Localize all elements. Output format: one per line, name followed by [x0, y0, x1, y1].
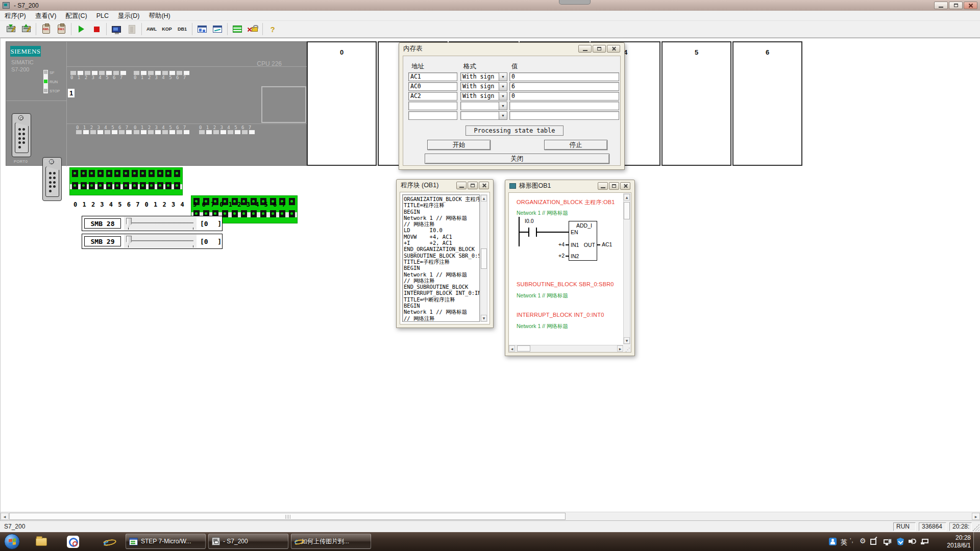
ime-punctuation[interactable]: ’, [850, 537, 854, 543]
format-select[interactable]: With sign ▼ [460, 72, 507, 81]
scroll-down-button[interactable]: ▼ [481, 315, 487, 321]
value-input[interactable] [509, 111, 619, 120]
start-button[interactable] [4, 534, 20, 549]
explorer-launcher[interactable] [35, 536, 48, 548]
terminal-block-left[interactable] [69, 167, 183, 195]
db1-view-button[interactable]: DB1 [176, 22, 189, 36]
value-input[interactable]: 0 [509, 72, 619, 81]
start-button[interactable]: 开始 [427, 140, 491, 150]
stop-button[interactable] [90, 22, 103, 36]
scroll-thumb[interactable] [481, 248, 487, 269]
load-db1-button[interactable]: DB1 [55, 22, 68, 36]
state-chart-button[interactable] [195, 22, 209, 36]
scroll-left-button[interactable]: ◀ [1, 513, 9, 520]
vertical-scrollbar[interactable]: ▲ ▼ [480, 194, 487, 322]
ime-indicator[interactable]: 英 [841, 538, 847, 547]
menu-config[interactable]: 配置(C) [61, 11, 91, 21]
value-input[interactable] [509, 102, 619, 110]
close-button[interactable] [964, 2, 977, 9]
dialog-title-bar[interactable]: 内存表 [399, 43, 624, 55]
cloud-app-launcher[interactable] [66, 536, 80, 548]
show-desktop-button[interactable] [973, 532, 980, 551]
port0-connector[interactable] [12, 113, 31, 157]
tray-messenger-icon[interactable] [829, 538, 837, 545]
dropdown-arrow-icon[interactable]: ▼ [499, 102, 507, 110]
address-input[interactable]: AC2 [408, 92, 457, 101]
awl-view-button[interactable]: AWL [145, 22, 158, 36]
value-input[interactable]: 0 [509, 92, 619, 101]
ladder-canvas[interactable]: ORGANIZATION_BLOCK 主程序:OB1 Network 1 // … [509, 193, 623, 344]
scroll-thumb[interactable] [517, 345, 530, 352]
horizontal-scrollbar[interactable]: ◀ ▶ [509, 345, 623, 352]
format-select[interactable]: ▼ [460, 102, 507, 110]
download-program-button[interactable] [4, 22, 17, 36]
ie-launcher[interactable]: e [100, 536, 113, 548]
kop-view-button[interactable]: KOP [160, 22, 174, 36]
smb28-slider[interactable] [124, 217, 197, 230]
vertical-scrollbar[interactable]: ▲ ▼ [623, 193, 630, 344]
slider-thumb[interactable] [126, 236, 132, 244]
dialog-minimize-button[interactable] [578, 45, 592, 53]
clock[interactable]: 20:28 2018/6/1 [935, 534, 971, 549]
docked-tab[interactable] [559, 0, 591, 5]
workspace-hscrollbar[interactable]: ◀ ▶ [1, 512, 980, 520]
format-select[interactable]: With sign ▼ [460, 92, 507, 101]
scroll-right-button[interactable]: ▶ [617, 345, 623, 352]
dropdown-arrow-icon[interactable]: ▼ [499, 111, 507, 120]
dialog-close-button[interactable] [607, 45, 620, 53]
scroll-up-button[interactable]: ▲ [624, 194, 630, 201]
scroll-thumb[interactable] [9, 513, 566, 520]
close-button[interactable] [620, 182, 630, 190]
monitor-button[interactable] [110, 22, 123, 36]
dropdown-arrow-icon[interactable]: ▼ [499, 82, 507, 91]
close-dialog-button[interactable]: 关闭 [425, 154, 609, 164]
trend-chart-button[interactable] [211, 22, 224, 36]
taskbar-button-browser[interactable]: e 如何上传图片到... [291, 534, 371, 549]
tray-volume-icon[interactable] [909, 538, 917, 545]
format-select[interactable]: With sign ▼ [460, 82, 507, 91]
window-title-bar[interactable]: 程序块 (OB1) [397, 180, 493, 191]
window-title-bar[interactable]: 梯形图OB1 [505, 180, 634, 192]
dropdown-arrow-icon[interactable]: ▼ [499, 92, 507, 101]
memory-table-button[interactable] [231, 22, 244, 36]
address-input[interactable] [408, 111, 457, 120]
minimize-button[interactable] [934, 2, 948, 9]
tray-network-icon[interactable] [922, 539, 928, 543]
resize-grip[interactable] [624, 345, 631, 352]
restore-button[interactable] [468, 182, 478, 189]
upload-program-button[interactable] [19, 22, 33, 36]
tray-share-icon[interactable] [870, 539, 876, 545]
menu-help[interactable]: 帮助(H) [144, 11, 175, 21]
resize-grip[interactable] [972, 524, 979, 531]
menu-program[interactable]: 程序(P) [0, 11, 31, 21]
run-button[interactable] [75, 22, 88, 36]
taskbar-button-s7200[interactable]: - S7_200 [208, 534, 288, 549]
tray-settings-icon[interactable]: ⚙ [860, 537, 866, 545]
program-code-area[interactable]: ORGANIZATION_BLOCK 主程序:OB1 TITLE=程序注释 BE… [402, 194, 480, 322]
load-awl-button[interactable]: AWL [39, 22, 53, 36]
address-input[interactable] [408, 102, 457, 110]
restore-button[interactable] [609, 182, 619, 190]
stop-button[interactable]: 停止 [544, 140, 607, 150]
expansion-slot[interactable]: 5 [662, 41, 731, 166]
scroll-down-button[interactable]: ▼ [624, 337, 630, 344]
scroll-left-button[interactable]: ◀ [509, 345, 515, 352]
menu-display[interactable]: 显示(D) [113, 11, 144, 21]
value-input[interactable]: 6 [509, 82, 619, 91]
unlock-button[interactable] [246, 22, 259, 36]
dropdown-arrow-icon[interactable]: ▼ [499, 72, 507, 81]
scroll-up-button[interactable]: ▲ [481, 195, 487, 202]
maximize-button[interactable] [949, 2, 963, 9]
minimize-button[interactable] [598, 182, 608, 190]
expansion-slot[interactable]: 6 [732, 41, 802, 166]
slider-thumb[interactable] [126, 218, 132, 227]
menu-plc[interactable]: PLC [92, 11, 113, 21]
address-input[interactable]: AC1 [408, 72, 457, 81]
help-button[interactable]: ? [266, 22, 279, 36]
minimize-button[interactable] [456, 182, 467, 189]
close-button[interactable] [479, 182, 489, 189]
tray-shield-icon[interactable] [897, 538, 904, 545]
scroll-thumb[interactable] [624, 202, 630, 219]
taskbar-button-step7[interactable]: STEP 7-Micro/W... [126, 534, 206, 549]
format-select[interactable]: ▼ [460, 111, 507, 120]
